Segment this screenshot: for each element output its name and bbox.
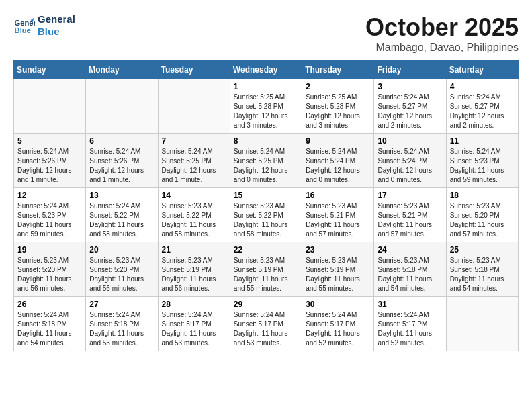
calendar-cell: 29Sunrise: 5:24 AM Sunset: 5:17 PM Dayli… (230, 297, 302, 351)
calendar-week-row: 26Sunrise: 5:24 AM Sunset: 5:18 PM Dayli… (14, 297, 519, 351)
calendar-week-row: 12Sunrise: 5:24 AM Sunset: 5:23 PM Dayli… (14, 188, 519, 242)
logo-icon: General Blue (13, 15, 35, 36)
cell-content: Sunrise: 5:24 AM Sunset: 5:25 PM Dayligh… (162, 147, 226, 185)
calendar-cell: 8Sunrise: 5:24 AM Sunset: 5:25 PM Daylig… (230, 134, 302, 188)
day-number: 5 (17, 136, 82, 146)
day-number: 20 (89, 245, 154, 255)
weekday-header-tuesday: Tuesday (158, 61, 230, 79)
calendar-cell: 19Sunrise: 5:23 AM Sunset: 5:20 PM Dayli… (14, 242, 86, 297)
day-number: 19 (17, 245, 82, 255)
day-number: 10 (378, 136, 442, 146)
logo-text-blue: Blue (38, 26, 75, 38)
cell-content: Sunrise: 5:24 AM Sunset: 5:25 PM Dayligh… (234, 147, 298, 185)
day-number: 2 (306, 82, 370, 91)
weekday-header-wednesday: Wednesday (230, 61, 302, 79)
calendar-cell: 24Sunrise: 5:23 AM Sunset: 5:18 PM Dayli… (374, 242, 446, 297)
day-number: 29 (234, 300, 298, 309)
calendar-cell: 30Sunrise: 5:24 AM Sunset: 5:17 PM Dayli… (302, 297, 374, 351)
day-number: 7 (162, 136, 226, 146)
day-number: 15 (234, 191, 298, 200)
cell-content: Sunrise: 5:23 AM Sunset: 5:22 PM Dayligh… (234, 201, 298, 239)
weekday-header-thursday: Thursday (302, 61, 374, 79)
day-number: 23 (306, 245, 370, 255)
day-number: 31 (378, 300, 442, 309)
calendar-cell: 26Sunrise: 5:24 AM Sunset: 5:18 PM Dayli… (14, 297, 86, 351)
cell-content: Sunrise: 5:23 AM Sunset: 5:20 PM Dayligh… (17, 256, 82, 293)
calendar-header: SundayMondayTuesdayWednesdayThursdayFrid… (14, 61, 519, 79)
calendar-week-row: 19Sunrise: 5:23 AM Sunset: 5:20 PM Dayli… (14, 242, 519, 297)
calendar-cell: 14Sunrise: 5:23 AM Sunset: 5:22 PM Dayli… (158, 188, 230, 242)
calendar-cell: 23Sunrise: 5:23 AM Sunset: 5:19 PM Dayli… (302, 242, 374, 297)
weekday-header-friday: Friday (374, 61, 446, 79)
day-number: 26 (17, 300, 82, 309)
cell-content: Sunrise: 5:24 AM Sunset: 5:17 PM Dayligh… (162, 310, 226, 348)
cell-content: Sunrise: 5:23 AM Sunset: 5:21 PM Dayligh… (378, 201, 442, 239)
weekday-header-sunday: Sunday (14, 61, 86, 79)
cell-content: Sunrise: 5:24 AM Sunset: 5:17 PM Dayligh… (378, 310, 442, 348)
calendar-cell (14, 79, 86, 134)
location-subtitle: Mambago, Davao, Philippines (365, 42, 519, 54)
day-number: 11 (450, 136, 515, 146)
cell-content: Sunrise: 5:24 AM Sunset: 5:26 PM Dayligh… (89, 147, 154, 185)
calendar-cell: 13Sunrise: 5:24 AM Sunset: 5:22 PM Dayli… (86, 188, 158, 242)
cell-content: Sunrise: 5:24 AM Sunset: 5:23 PM Dayligh… (450, 147, 515, 185)
cell-content: Sunrise: 5:23 AM Sunset: 5:18 PM Dayligh… (378, 256, 442, 293)
day-number: 12 (17, 191, 82, 200)
calendar-cell: 9Sunrise: 5:24 AM Sunset: 5:24 PM Daylig… (302, 134, 374, 188)
cell-content: Sunrise: 5:23 AM Sunset: 5:20 PM Dayligh… (89, 256, 154, 293)
day-number: 24 (378, 245, 442, 255)
calendar-cell: 1Sunrise: 5:25 AM Sunset: 5:28 PM Daylig… (230, 79, 302, 134)
day-number: 13 (89, 191, 154, 200)
calendar-body: 1Sunrise: 5:25 AM Sunset: 5:28 PM Daylig… (14, 79, 519, 351)
cell-content: Sunrise: 5:24 AM Sunset: 5:27 PM Dayligh… (378, 93, 442, 130)
weekday-header-saturday: Saturday (446, 61, 518, 79)
calendar-week-row: 5Sunrise: 5:24 AM Sunset: 5:26 PM Daylig… (14, 134, 519, 188)
cell-content: Sunrise: 5:23 AM Sunset: 5:19 PM Dayligh… (306, 256, 370, 293)
calendar-cell: 6Sunrise: 5:24 AM Sunset: 5:26 PM Daylig… (86, 134, 158, 188)
calendar-cell: 17Sunrise: 5:23 AM Sunset: 5:21 PM Dayli… (374, 188, 446, 242)
calendar-cell: 20Sunrise: 5:23 AM Sunset: 5:20 PM Dayli… (86, 242, 158, 297)
weekday-header-monday: Monday (86, 61, 158, 79)
calendar-cell: 18Sunrise: 5:23 AM Sunset: 5:20 PM Dayli… (446, 188, 518, 242)
cell-content: Sunrise: 5:24 AM Sunset: 5:22 PM Dayligh… (89, 201, 154, 239)
cell-content: Sunrise: 5:23 AM Sunset: 5:18 PM Dayligh… (450, 256, 515, 293)
header: General Blue General Blue October 2025 M… (13, 13, 519, 54)
calendar-cell (158, 79, 230, 134)
calendar-cell: 10Sunrise: 5:24 AM Sunset: 5:24 PM Dayli… (374, 134, 446, 188)
cell-content: Sunrise: 5:23 AM Sunset: 5:19 PM Dayligh… (234, 256, 298, 293)
cell-content: Sunrise: 5:24 AM Sunset: 5:18 PM Dayligh… (89, 310, 154, 348)
month-title: October 2025 (365, 13, 519, 42)
day-number: 28 (162, 300, 226, 309)
day-number: 9 (306, 136, 370, 146)
calendar-cell: 27Sunrise: 5:24 AM Sunset: 5:18 PM Dayli… (86, 297, 158, 351)
calendar-cell: 28Sunrise: 5:24 AM Sunset: 5:17 PM Dayli… (158, 297, 230, 351)
calendar-week-row: 1Sunrise: 5:25 AM Sunset: 5:28 PM Daylig… (14, 79, 519, 134)
calendar-cell: 7Sunrise: 5:24 AM Sunset: 5:25 PM Daylig… (158, 134, 230, 188)
calendar-cell: 2Sunrise: 5:25 AM Sunset: 5:28 PM Daylig… (302, 79, 374, 134)
svg-text:Blue: Blue (15, 26, 31, 34)
day-number: 4 (450, 82, 515, 91)
cell-content: Sunrise: 5:25 AM Sunset: 5:28 PM Dayligh… (306, 93, 370, 130)
day-number: 17 (378, 191, 442, 200)
cell-content: Sunrise: 5:24 AM Sunset: 5:17 PM Dayligh… (306, 310, 370, 348)
day-number: 22 (234, 245, 298, 255)
calendar-cell: 16Sunrise: 5:23 AM Sunset: 5:21 PM Dayli… (302, 188, 374, 242)
day-number: 21 (162, 245, 226, 255)
day-number: 1 (234, 82, 298, 91)
cell-content: Sunrise: 5:23 AM Sunset: 5:20 PM Dayligh… (450, 201, 515, 239)
calendar-cell (86, 79, 158, 134)
calendar-cell: 21Sunrise: 5:23 AM Sunset: 5:19 PM Dayli… (158, 242, 230, 297)
calendar-cell: 3Sunrise: 5:24 AM Sunset: 5:27 PM Daylig… (374, 79, 446, 134)
cell-content: Sunrise: 5:24 AM Sunset: 5:26 PM Dayligh… (17, 147, 82, 185)
day-number: 25 (450, 245, 515, 255)
cell-content: Sunrise: 5:24 AM Sunset: 5:24 PM Dayligh… (378, 147, 442, 185)
calendar-cell: 25Sunrise: 5:23 AM Sunset: 5:18 PM Dayli… (446, 242, 518, 297)
logo-text-general: General (38, 13, 75, 26)
calendar-cell (446, 297, 518, 351)
day-number: 3 (378, 82, 442, 91)
calendar-table: SundayMondayTuesdayWednesdayThursdayFrid… (13, 60, 519, 351)
cell-content: Sunrise: 5:24 AM Sunset: 5:23 PM Dayligh… (17, 201, 82, 239)
cell-content: Sunrise: 5:23 AM Sunset: 5:22 PM Dayligh… (162, 201, 226, 239)
calendar-cell: 15Sunrise: 5:23 AM Sunset: 5:22 PM Dayli… (230, 188, 302, 242)
day-number: 27 (89, 300, 154, 309)
